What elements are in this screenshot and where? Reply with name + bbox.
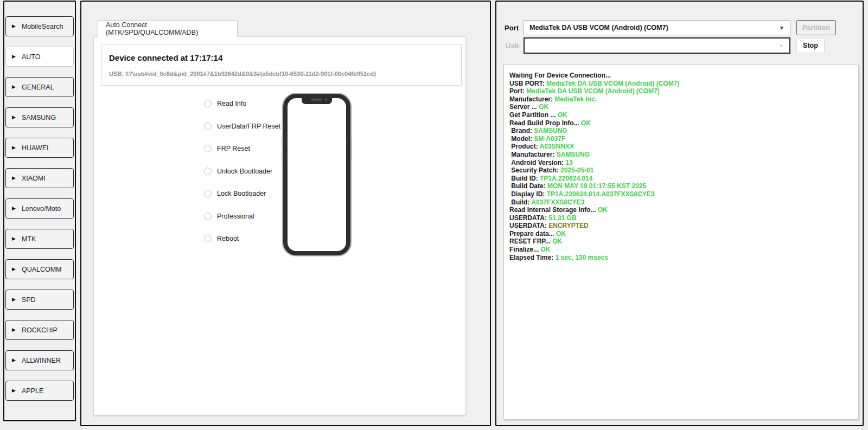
sidebar-item-general[interactable]: ▶GENERAL [5, 77, 74, 97]
log-line: Server ... OK [509, 103, 853, 111]
sidebar-item-apple[interactable]: ▶APPLE [5, 381, 74, 401]
radio-circle-icon[interactable] [204, 123, 212, 130]
radio-reboot[interactable]: Reboot [204, 232, 280, 245]
sidebar-item-lenovo-moto[interactable]: ▶Lenovo/Moto [5, 198, 74, 219]
radio-userdata-frp-reset[interactable]: UserData/FRP Reset [204, 120, 280, 133]
log-line: Build ID: TP1A.220624.014 [509, 175, 853, 183]
radio-frp-reset[interactable]: FRP Reset [204, 142, 280, 155]
log-output[interactable]: Waiting For Device Connection...USB PORT… [503, 65, 859, 420]
radio-label: UserData/FRP Reset [217, 123, 280, 130]
sidebar-item-allwinner[interactable]: ▶ALLWINNER [5, 350, 74, 370]
sidebar-item-huawei[interactable]: ▶HUAWEI [5, 138, 74, 158]
port-select-value: MediaTek DA USB VCOM (Android) (COM7) [529, 24, 668, 31]
expand-arrow-icon: ▶ [12, 388, 16, 393]
tab-content: Device connected at 17:17:14 USB: \\?\us… [93, 36, 466, 415]
sidebar-item-samsung[interactable]: ▶SAMSUNG [5, 107, 74, 127]
sidebar-item-mtk[interactable]: ▶MTK [5, 229, 74, 249]
log-line: Security Patch: 2025-05-01 [509, 166, 853, 175]
sidebar-item-label: MobileSearch [22, 23, 63, 30]
radio-label: Reboot [217, 235, 239, 242]
log-line: Android Version: 13 [509, 159, 853, 167]
phone-illustration [282, 93, 352, 256]
expand-arrow-icon: ▶ [12, 236, 16, 241]
usb-select[interactable]: ▼ [524, 37, 790, 54]
sidebar-item-auto[interactable]: ▶AUTO [5, 47, 74, 67]
log-line: Finalize... OK [509, 246, 853, 254]
radio-label: FRP Reset [217, 145, 250, 152]
sidebar-item-mobilesearch[interactable]: ▶MobileSearch [5, 16, 74, 36]
radio-circle-icon[interactable] [204, 190, 212, 197]
sidebar-item-label: SAMSUNG [22, 114, 56, 121]
expand-arrow-icon: ▶ [12, 176, 16, 181]
radio-professional[interactable]: Professional [204, 210, 280, 223]
sidebar-item-label: ROCKCHIP [22, 326, 58, 334]
radio-circle-icon[interactable] [204, 235, 212, 242]
port-label: Port [505, 24, 519, 32]
tab-label: Auto Connect (MTK/SPD/QUALCOMM/ADB) [106, 21, 237, 36]
expand-arrow-icon: ▶ [12, 297, 16, 302]
log-line: USERDATA: 51.31 GB [509, 214, 853, 222]
log-line: Waiting For Device Connection... [509, 72, 853, 80]
expand-arrow-icon: ▶ [12, 267, 16, 272]
log-line: Prepare data... OK [509, 230, 853, 238]
log-line: RESET FRP... OK [509, 238, 853, 246]
radio-label: Professional [217, 213, 254, 220]
radio-lock-bootloader[interactable]: Lock Bootloader [204, 187, 280, 200]
sidebar-item-label: APPLE [22, 387, 43, 395]
log-line: Model: SM-A037F [509, 135, 853, 143]
log-line: Read Internal Storage Info... OK [509, 206, 853, 214]
usb-device-path: USB: \\?\usb#vid_0e8d&pid_2001#7&1b92642… [109, 70, 461, 77]
partition-button[interactable]: Partition [796, 20, 836, 35]
sidebar-item-rockchip[interactable]: ▶ROCKCHIP [5, 320, 74, 340]
radio-label: Read Info [217, 100, 246, 107]
log-line: Product: A03SNNXX [509, 143, 853, 151]
log-line: Build: A037FXXS8CYE3 [509, 198, 853, 207]
sidebar-item-xiaomi[interactable]: ▶XIAOMI [5, 168, 74, 188]
sidebar-item-spd[interactable]: ▶SPD [5, 290, 74, 310]
log-line: Manufacturer: SAMSUNG [509, 151, 853, 159]
expand-arrow-icon: ▶ [12, 145, 16, 150]
expand-arrow-icon: ▶ [12, 85, 16, 89]
sidebar-item-label: AUTO [22, 53, 41, 61]
radio-label: Lock Bootloader [217, 190, 266, 197]
connection-log-panel: Port MediaTek DA USB VCOM (Android) (COM… [495, 1, 864, 426]
device-connected-title: Device connected at 17:17:14 [109, 53, 461, 62]
operation-list: Read InfoUserData/FRP ResetFRP ResetUnlo… [204, 97, 280, 245]
port-select[interactable]: MediaTek DA USB VCOM (Android) (COM7) ▼ [524, 20, 790, 35]
log-line: Display ID: TP1A.220624.014.A037FXXS8CYE… [509, 190, 853, 198]
sidebar-item-label: SPD [22, 296, 36, 304]
expand-arrow-icon: ▶ [12, 328, 16, 332]
stop-button-label: Stop [803, 42, 818, 49]
log-line: Build Date: MON MAY 19 01:17:55 KST 2025 [509, 182, 853, 190]
sidebar-item-label: GENERAL [22, 84, 54, 91]
log-line: USB PORT: MediaTek DA USB VCOM (Android)… [509, 80, 853, 88]
device-info-box: Device connected at 17:17:14 USB: \\?\us… [101, 44, 462, 86]
radio-circle-icon[interactable] [204, 213, 212, 220]
sidebar-item-qualcomm[interactable]: ▶QUALCOMM [5, 259, 74, 279]
expand-arrow-icon: ▶ [12, 115, 16, 120]
log-line: Read Build Prop Info... OK [509, 119, 853, 127]
expand-arrow-icon: ▶ [12, 206, 16, 211]
radio-circle-icon[interactable] [204, 168, 212, 175]
log-line: USERDATA: ENCRYPTED [509, 222, 853, 230]
sidebar-item-label: ALLWINNER [22, 357, 61, 364]
sidebar-item-label: MTK [22, 235, 36, 243]
log-line: Port: MediaTek DA USB VCOM (Android) (CO… [509, 87, 853, 95]
log-line: Get Partition ... OK [509, 111, 853, 119]
log-line: Elapsed Time: 1 sec, 130 msecs [509, 254, 853, 262]
usb-label: Usb [506, 42, 519, 50]
expand-arrow-icon: ▶ [12, 54, 16, 59]
radio-read-info[interactable]: Read Info [204, 97, 280, 110]
stop-button[interactable]: Stop [796, 38, 825, 53]
radio-label: Unlock Bootloader [217, 168, 272, 175]
tab-auto-connect[interactable]: Auto Connect (MTK/SPD/QUALCOMM/ADB) [98, 20, 238, 37]
partition-button-label: Partition [802, 24, 830, 31]
chevron-down-icon: ▼ [778, 43, 784, 49]
radio-unlock-bootloader[interactable]: Unlock Bootloader [204, 165, 280, 178]
expand-arrow-icon: ▶ [12, 358, 16, 363]
radio-circle-icon[interactable] [204, 145, 212, 152]
chevron-down-icon: ▼ [779, 25, 784, 31]
sidebar-item-label: Lenovo/Moto [22, 205, 61, 213]
radio-circle-icon[interactable] [204, 100, 212, 107]
log-line: Brand: SAMSUNG [509, 127, 853, 135]
